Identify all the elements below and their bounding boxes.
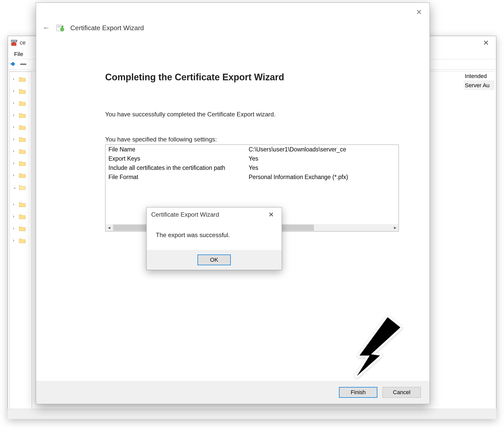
wizard-success-text: You have successfully completed the Cert… <box>105 111 399 118</box>
tree-row[interactable]: › <box>10 133 32 145</box>
folder-icon <box>19 100 26 106</box>
tree-row[interactable]: › <box>10 121 32 133</box>
mmc-statusbar <box>8 409 496 419</box>
wizard-title: Certificate Export Wizard <box>70 24 144 32</box>
settings-value: C:\Users\user1\Downloads\server_ce <box>249 146 399 153</box>
mmc-close-button[interactable]: ✕ <box>478 37 494 49</box>
cancel-button[interactable]: Cancel <box>382 387 421 398</box>
wizard-back-button[interactable]: ← <box>43 24 50 32</box>
wizard-icon <box>56 23 65 32</box>
folder-icon <box>19 76 26 82</box>
folder-tree-pane: › › › › › › › › › ⌄ › › › › ◀ ▶ <box>9 72 32 417</box>
list-pane: Intended Server Au ◀ ▶ <box>464 72 495 417</box>
settings-key: Export Keys <box>105 155 249 162</box>
svg-rect-2 <box>13 40 14 41</box>
folder-icon <box>19 202 26 207</box>
finish-button[interactable]: Finish <box>339 387 377 398</box>
folder-icon <box>19 88 26 94</box>
wizard-footer: Finish Cancel <box>36 381 430 404</box>
folder-icon <box>19 148 26 154</box>
svg-rect-5 <box>13 42 14 43</box>
tree-row[interactable]: › <box>10 234 32 246</box>
toolbar-divider-icon <box>20 62 26 67</box>
list-row[interactable]: Server Au <box>464 81 495 90</box>
svg-rect-9 <box>57 26 61 26</box>
tree-row[interactable]: › <box>10 169 32 181</box>
tree-row[interactable]: › <box>10 145 32 157</box>
svg-point-11 <box>60 27 64 31</box>
settings-value: Personal Information Exchange (*.pfx) <box>249 174 399 181</box>
export-success-messagebox: Certificate Export Wizard ✕ The export w… <box>146 207 282 270</box>
settings-value: Yes <box>249 155 399 162</box>
scroll-right-icon[interactable]: ▶ <box>391 224 399 231</box>
settings-key: File Format <box>105 174 249 181</box>
tree-row-expanded[interactable]: ⌄ <box>10 181 32 193</box>
wizard-header: ← Certificate Export Wizard <box>43 23 144 32</box>
settings-row: File Name C:\Users\user1\Downloads\serve… <box>105 145 399 154</box>
folder-icon <box>19 124 26 130</box>
wizard-heading: Completing the Certificate Export Wizard <box>105 72 399 83</box>
svg-marker-6 <box>10 62 15 66</box>
settings-row: File Format Personal Information Exchang… <box>105 172 399 182</box>
folder-open-icon <box>19 184 26 190</box>
tree-row[interactable]: › <box>10 85 32 97</box>
menu-file[interactable]: File <box>10 50 27 59</box>
settings-row: Export Keys Yes <box>105 154 399 163</box>
svg-rect-3 <box>15 40 16 41</box>
tree-row[interactable]: › <box>10 109 32 121</box>
messagebox-close-button[interactable]: ✕ <box>265 210 277 219</box>
scroll-left-icon[interactable]: ◀ <box>105 224 113 231</box>
tree-row[interactable]: › <box>10 157 32 169</box>
wizard-settings-label: You have specified the following setting… <box>105 136 399 143</box>
messagebox-footer: OK <box>147 250 282 270</box>
folder-icon <box>19 136 26 142</box>
tree-row[interactable]: › <box>10 222 32 234</box>
svg-rect-7 <box>20 64 26 65</box>
folder-tree[interactable]: › › › › › › › › › ⌄ › › › › <box>10 72 32 246</box>
ok-button[interactable]: OK <box>198 255 231 265</box>
back-arrow-icon[interactable] <box>10 61 18 68</box>
messagebox-titlebar: Certificate Export Wizard ✕ <box>147 207 282 222</box>
folder-icon <box>19 112 26 118</box>
settings-row: Include all certificates in the certific… <box>105 163 399 172</box>
list-column-header[interactable]: Intended <box>464 72 495 81</box>
folder-icon <box>19 160 26 166</box>
tree-row[interactable]: › <box>10 73 32 85</box>
messagebox-title: Certificate Export Wizard <box>151 211 219 218</box>
folder-icon <box>19 238 26 243</box>
messagebox-body: The export was successful. <box>147 222 282 250</box>
settings-value: Yes <box>249 164 399 171</box>
certificate-store-icon <box>10 39 18 46</box>
folder-icon <box>19 214 26 219</box>
certificate-export-wizard-dialog: ✕ ← Certificate Export Wizard Completing… <box>36 3 430 404</box>
folder-icon <box>19 226 26 231</box>
settings-key: File Name <box>105 146 249 153</box>
tree-row[interactable]: › <box>10 198 32 210</box>
svg-rect-10 <box>57 27 61 27</box>
svg-rect-1 <box>12 40 13 41</box>
settings-key: Include all certificates in the certific… <box>105 164 249 171</box>
folder-icon <box>19 172 26 178</box>
tree-row[interactable]: › <box>10 210 32 222</box>
wizard-close-button[interactable]: ✕ <box>412 7 425 17</box>
tree-row[interactable]: › <box>10 97 32 109</box>
